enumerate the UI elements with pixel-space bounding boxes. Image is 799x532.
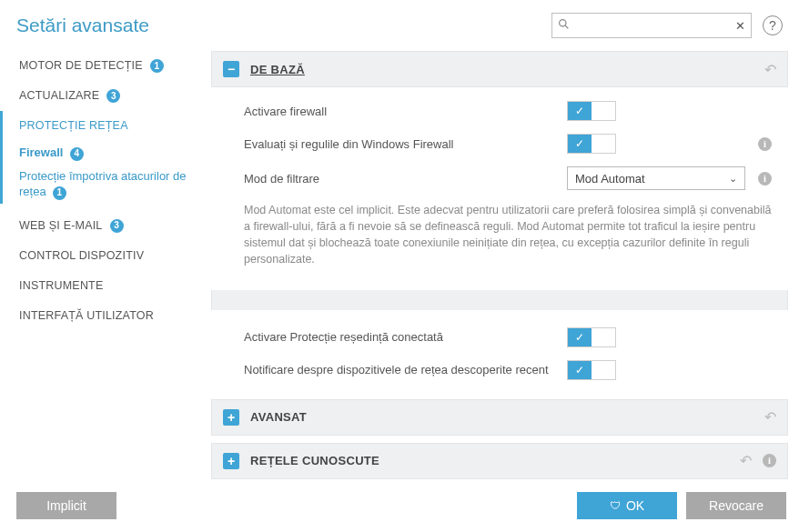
sidebar-item-label: Firewall	[19, 146, 63, 159]
ok-button[interactable]: 🛡 OK	[577, 492, 677, 519]
section-title[interactable]: AVANSAT	[250, 410, 307, 424]
page-title: Setări avansate	[16, 15, 149, 36]
badge: 1	[53, 186, 66, 200]
section-header-basic[interactable]: − DE BAZĂ ↶	[211, 51, 788, 87]
check-icon: ✓	[575, 105, 584, 117]
badge: 1	[150, 59, 164, 73]
sidebar-item-label: INTERFAȚĂ UTILIZATOR	[19, 309, 154, 323]
row-eval-win-rules: Evaluați și regulile din Windows Firewal…	[211, 127, 788, 160]
row-filter-mode: Mod de filtrare Mod Automat ⌄ i	[211, 160, 788, 196]
select-value: Mod Automat	[575, 172, 645, 186]
section-body-basic: Activare firewall ✓ Evaluați și regulile…	[211, 89, 788, 290]
select-filter-mode[interactable]: Mod Automat ⌄	[567, 166, 745, 190]
clear-icon[interactable]: ✕	[735, 19, 745, 33]
help-button[interactable]: ?	[763, 15, 783, 35]
section-body-basic-2: Activare Protecție reședință conectată ✓…	[211, 312, 788, 399]
sidebar-item-label: WEB ȘI E-MAIL	[19, 219, 103, 233]
sidebar-item-web-email[interactable]: WEB ȘI E-MAIL 3	[0, 211, 211, 241]
check-icon: ✓	[575, 137, 584, 150]
content-pane: − DE BAZĂ ↶ Activare firewall ✓	[211, 47, 799, 483]
sidebar-item-label: MOTOR DE DETECȚIE	[19, 59, 143, 73]
section-title[interactable]: REȚELE CUNOSCUTE	[250, 454, 379, 467]
expand-icon[interactable]: +	[223, 409, 239, 426]
chevron-down-icon: ⌄	[729, 173, 737, 185]
row-notify-devices: Notificare despre dispozitivele de rețea…	[211, 354, 788, 386]
reset-icon[interactable]: ↶	[764, 61, 776, 78]
sidebar-item-label: ACTUALIZARE	[19, 89, 99, 103]
toggle-enable-firewall[interactable]: ✓	[567, 101, 616, 121]
cancel-button[interactable]: Revocare	[686, 492, 786, 519]
reset-icon[interactable]: ↶	[740, 452, 752, 469]
sidebar-item-update[interactable]: ACTUALIZARE 3	[0, 81, 211, 111]
toggle-home-protect[interactable]: ✓	[567, 327, 616, 347]
sidebar-item-label: CONTROL DISPOZITIV	[19, 249, 144, 263]
reset-icon[interactable]: ↶	[764, 408, 776, 426]
toggle-notify-devices[interactable]: ✓	[567, 360, 616, 380]
search-icon	[558, 18, 570, 33]
sidebar-item-device-control[interactable]: CONTROL DISPOZITIV	[0, 241, 211, 271]
row-label: Activare firewall	[244, 105, 558, 118]
shield-icon: 🛡	[610, 499, 621, 512]
sidebar-item-label: PROTECȚIE REȚEA	[19, 119, 128, 133]
sidebar-item-network[interactable]: PROTECȚIE REȚEA	[0, 111, 211, 141]
info-icon[interactable]: i	[763, 454, 776, 467]
svg-line-1	[565, 25, 568, 28]
sidebar-item-ui[interactable]: INTERFAȚĂ UTILIZATOR	[0, 301, 211, 331]
row-label: Mod de filtrare	[244, 172, 558, 186]
search-box[interactable]: ✕	[551, 13, 752, 38]
sidebar-item-tools[interactable]: INSTRUMENTE	[0, 271, 211, 301]
sidebar-item-detection[interactable]: MOTOR DE DETECȚIE 1	[0, 51, 211, 81]
svg-point-0	[560, 20, 566, 26]
badge: 4	[70, 147, 84, 161]
row-label: Activare Protecție reședință conectată	[244, 330, 558, 344]
info-icon[interactable]: i	[758, 172, 772, 186]
search-input[interactable]	[552, 14, 751, 37]
sidebar-item-label: Protecție împotriva atacurilor de rețea	[19, 169, 187, 199]
section-title[interactable]: DE BAZĂ	[250, 63, 305, 76]
section-header-networks[interactable]: + REȚELE CUNOSCUTE ↶ i	[211, 443, 788, 479]
badge: 3	[106, 89, 120, 103]
row-label: Notificare despre dispozitivele de rețea…	[244, 363, 558, 376]
sidebar-item-label: INSTRUMENTE	[19, 279, 103, 293]
badge: 3	[110, 219, 124, 233]
check-icon: ✓	[575, 364, 584, 376]
ok-button-label: OK	[626, 498, 644, 513]
section-gap	[211, 290, 788, 310]
sidebar-sub-attack-protection[interactable]: Protecție împotriva atacurilor de rețea …	[0, 165, 211, 204]
collapse-icon[interactable]: −	[223, 61, 239, 77]
check-icon: ✓	[575, 331, 584, 344]
sidebar: MOTOR DE DETECȚIE 1 ACTUALIZARE 3 PROTEC…	[0, 47, 211, 483]
section-header-advanced[interactable]: + AVANSAT ↶	[211, 399, 788, 436]
toggle-eval-win-rules[interactable]: ✓	[567, 134, 616, 154]
sidebar-sub-firewall[interactable]: Firewall 4	[0, 141, 211, 165]
info-icon[interactable]: i	[758, 137, 772, 151]
default-button[interactable]: Implicit	[16, 492, 116, 519]
row-home-protect: Activare Protecție reședință conectată ✓	[211, 321, 788, 354]
filter-mode-description: Mod Automat este cel implicit. Este adec…	[211, 196, 788, 277]
expand-icon[interactable]: +	[223, 453, 239, 469]
row-label: Evaluați și regulile din Windows Firewal…	[244, 137, 558, 151]
row-enable-firewall: Activare firewall ✓	[211, 95, 788, 127]
